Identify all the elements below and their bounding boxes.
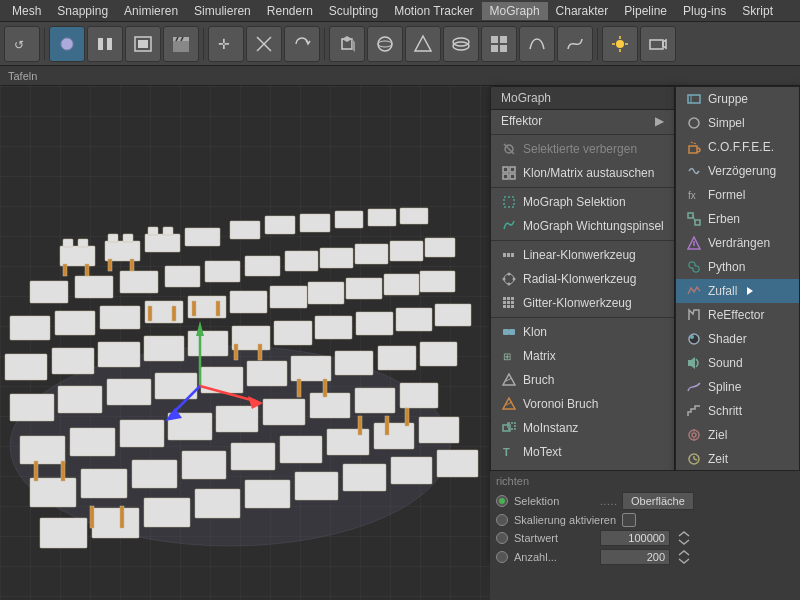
python-effector-item[interactable]: Python [676,255,799,279]
python-icon [686,259,702,275]
svg-rect-61 [425,238,455,257]
menu-motion-tracker[interactable]: Motion Tracker [386,2,481,20]
rotate-tool[interactable] [284,26,320,62]
coffee-effector-item[interactable]: C.O.F.F.E.E. [676,135,799,159]
mospline-item[interactable]: MoSpline [491,488,674,512]
moextrudieren-item[interactable]: MoExtrudieren [491,512,674,536]
svg-rect-89 [247,361,287,386]
selektierte-verbergen[interactable]: Selektierte verbergen [491,137,674,161]
svg-text:·FX: ·FX [502,545,515,554]
moinstanz-label: MoInstanz [523,421,578,435]
add-sphere[interactable] [367,26,403,62]
random-effector-item[interactable]: Zufall [676,279,799,303]
add-camera[interactable] [640,26,676,62]
menu-sculpting[interactable]: Sculpting [321,2,386,20]
menu-mograph[interactable]: MoGraph [482,2,548,20]
motext-item[interactable]: T MoText [491,440,674,464]
delay-effector-item[interactable]: Verzögerung [676,159,799,183]
mode-clapper[interactable] [163,26,199,62]
step-effector-item[interactable]: Schritt [676,399,799,423]
svg-rect-36 [63,239,73,247]
simpel-effector-item[interactable]: Simpel [676,111,799,135]
klon-icon [501,324,517,340]
mograph-wichtung-label: MoGraph Wichtungspinsel [523,219,664,233]
svg-rect-22 [500,36,507,43]
reeffector-effector-item[interactable]: ReEffector [676,303,799,327]
bruch-item[interactable]: Bruch [491,368,674,392]
mograph-wichtung-item[interactable]: MoGraph Wichtungspinsel [491,214,674,238]
spline-effector-item[interactable]: Spline [676,375,799,399]
svg-rect-75 [98,342,140,367]
effektor-submenu: GruppeSimpelC.O.F.F.E.E.VerzögerungfxFor… [675,86,800,496]
svg-rect-178 [508,423,515,429]
scale-tool[interactable] [246,26,282,62]
klon-matrix-item[interactable]: Klon/Matrix austauschen [491,161,674,185]
menu-snapping[interactable]: Snapping [49,2,116,20]
gitter-klon-icon [501,295,517,311]
menu-rendern[interactable]: Rendern [259,2,321,20]
svg-rect-80 [315,316,352,339]
svg-rect-64 [100,306,140,329]
svg-rect-134 [385,416,389,435]
voronoi-bruch-item[interactable]: Voronoi Bruch [491,392,674,416]
inherit-effector-item[interactable]: Erben [676,207,799,231]
hide-icon [501,141,517,157]
radial-klon-item[interactable]: Radial-Klonwerkzeug [491,267,674,291]
menu-pipeline[interactable]: Pipeline [616,2,675,20]
mograph-selektion-item[interactable]: MoGraph Selektion [491,190,674,214]
formula-effector-item[interactable]: fxFormel [676,183,799,207]
menu-animieren[interactable]: Animieren [116,2,186,20]
menu-simulieren[interactable]: Simulieren [186,2,259,20]
time-effector-item[interactable]: Zeit [676,447,799,471]
matrix-item[interactable]: ⊞ Matrix [491,344,674,368]
add-nurbs[interactable] [519,26,555,62]
svg-rect-166 [511,301,514,304]
shader-icon [686,331,702,347]
add-torus[interactable] [443,26,479,62]
move-tool[interactable]: ✛ [208,26,244,62]
menu-charakter[interactable]: Charakter [548,2,617,20]
shader-effector-item[interactable]: Shader [676,327,799,351]
matrix-icon: ⊞ [501,348,517,364]
svg-rect-126 [172,306,176,321]
volume-effector-item[interactable]: Volumen [676,471,799,495]
svg-rect-96 [120,420,164,447]
moinstanz-item[interactable]: MoInstanz [491,416,674,440]
group-effector-item[interactable]: Gruppe [676,87,799,111]
svg-rect-113 [92,508,139,538]
mode-obj[interactable] [49,26,85,62]
svg-rect-131 [297,379,301,397]
add-cone[interactable] [405,26,441,62]
polyfx-label: PolyFX [523,541,562,555]
svg-text:T: T [503,446,510,458]
effektor-item[interactable]: Effektor ▶ [491,110,674,132]
svg-point-16 [378,37,392,51]
gitter-klon-item[interactable]: Gitter-Klonwerkzeug [491,291,674,315]
menu-sep-1 [491,134,674,135]
sound-effector-item[interactable]: Sound [676,351,799,375]
svg-rect-138 [90,506,94,528]
add-light[interactable] [602,26,638,62]
mode-play[interactable] [87,26,123,62]
polyfx-icon: ·FX [501,540,517,556]
klon-item[interactable]: Klon [491,320,674,344]
mode-frame[interactable] [125,26,161,62]
menu-skript[interactable]: Skript [734,2,781,20]
shader-label: Shader [708,332,747,346]
svg-rect-132 [323,379,327,397]
menu-mesh[interactable]: Mesh [4,2,49,20]
tracer-icon [501,468,517,484]
add-cube[interactable] [329,26,365,62]
add-array[interactable] [481,26,517,62]
push-effector-item[interactable]: Verdrängen [676,231,799,255]
undo-button[interactable]: ↺ [4,26,40,62]
linear-klon-item[interactable]: Linear-Klonwerkzeug [491,243,674,267]
motext-label: MoText [523,445,562,459]
tracer-item[interactable]: Tracer [491,464,674,488]
svg-point-17 [378,41,392,47]
add-deformer[interactable] [557,26,593,62]
toolbar-sep-3 [324,28,325,60]
target-effector-item[interactable]: Ziel [676,423,799,447]
menu-plugins[interactable]: Plug-ins [675,2,734,20]
polyfx-item[interactable]: ·FX PolyFX [491,536,674,560]
